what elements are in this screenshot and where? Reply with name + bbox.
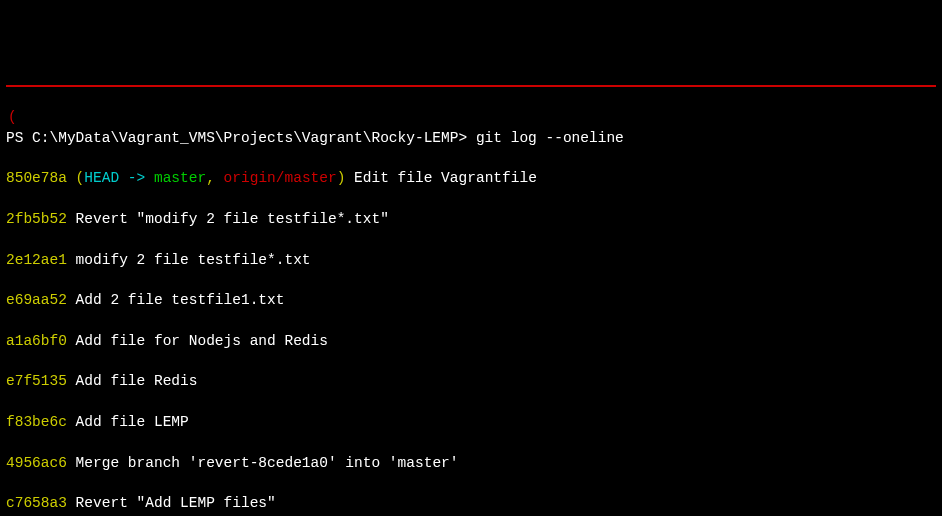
commit-hash: 850e78a bbox=[6, 170, 67, 186]
red-paren-mark: ( bbox=[8, 107, 17, 127]
commit-hash: a1a6bf0 bbox=[6, 333, 67, 349]
commit-msg: Add file LEMP bbox=[67, 414, 189, 430]
head-ref: HEAD -> bbox=[84, 170, 154, 186]
command-text: git log --oneline bbox=[476, 130, 624, 146]
commit-hash: 2e12ae1 bbox=[6, 252, 67, 268]
commit-hash: e7f5135 bbox=[6, 373, 67, 389]
commit-line: f83be6c Add file LEMP bbox=[6, 412, 936, 432]
commit-line: 2fb5b52 Revert "modify 2 file testfile*.… bbox=[6, 209, 936, 229]
commit-line-head: 850e78a (HEAD -> master, origin/master) … bbox=[6, 168, 936, 188]
commit-msg: Add file for Nodejs and Redis bbox=[67, 333, 328, 349]
commit-msg: Revert "Add LEMP files" bbox=[67, 495, 276, 511]
commit-hash: e69aa52 bbox=[6, 292, 67, 308]
paren-open: ( bbox=[67, 170, 84, 186]
branch-name: master bbox=[154, 170, 206, 186]
commit-hash: 4956ac6 bbox=[6, 455, 67, 471]
commit-line: c7658a3 Revert "Add LEMP files" bbox=[6, 493, 936, 513]
terminal-output[interactable]: ( PS C:\MyData\Vagrant_VMS\Projects\Vagr… bbox=[6, 85, 936, 516]
commit-line: e69aa52 Add 2 file testfile1.txt bbox=[6, 290, 936, 310]
commit-line: 4956ac6 Merge branch 'revert-8cede1a0' i… bbox=[6, 453, 936, 473]
commit-msg: Edit file Vagrantfile bbox=[345, 170, 536, 186]
prompt-path: PS C:\MyData\Vagrant_VMS\Projects\Vagran… bbox=[6, 130, 467, 146]
commit-msg: Revert "modify 2 file testfile*.txt" bbox=[67, 211, 389, 227]
commit-msg: Add 2 file testfile1.txt bbox=[67, 292, 285, 308]
prompt-line-1: PS C:\MyData\Vagrant_VMS\Projects\Vagran… bbox=[6, 128, 936, 148]
commit-msg: Add file Redis bbox=[67, 373, 198, 389]
commit-hash: 2fb5b52 bbox=[6, 211, 67, 227]
commit-msg: modify 2 file testfile*.txt bbox=[67, 252, 311, 268]
commit-line: e7f5135 Add file Redis bbox=[6, 371, 936, 391]
remote-ref: origin/master bbox=[224, 170, 337, 186]
commit-line: 2e12ae1 modify 2 file testfile*.txt bbox=[6, 250, 936, 270]
ref-comma: , bbox=[206, 170, 223, 186]
commit-hash: f83be6c bbox=[6, 414, 67, 430]
commit-hash: c7658a3 bbox=[6, 495, 67, 511]
commit-line: a1a6bf0 Add file for Nodejs and Redis bbox=[6, 331, 936, 351]
commit-msg: Merge branch 'revert-8cede1a0' into 'mas… bbox=[67, 455, 459, 471]
